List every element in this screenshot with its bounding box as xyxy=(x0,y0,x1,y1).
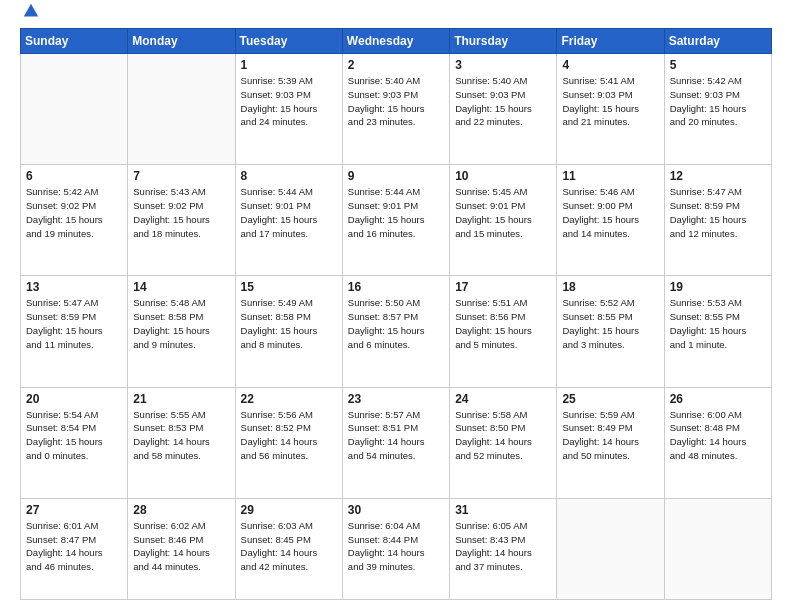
calendar-cell: 25Sunrise: 5:59 AM Sunset: 8:49 PM Dayli… xyxy=(557,387,664,498)
logo xyxy=(20,16,40,20)
calendar-header-tuesday: Tuesday xyxy=(235,29,342,54)
day-info: Sunrise: 5:59 AM Sunset: 8:49 PM Dayligh… xyxy=(562,408,658,463)
calendar-header-wednesday: Wednesday xyxy=(342,29,449,54)
day-info: Sunrise: 6:04 AM Sunset: 8:44 PM Dayligh… xyxy=(348,519,444,574)
day-number: 8 xyxy=(241,169,337,183)
calendar-cell: 15Sunrise: 5:49 AM Sunset: 8:58 PM Dayli… xyxy=(235,276,342,387)
day-number: 19 xyxy=(670,280,766,294)
calendar-cell: 22Sunrise: 5:56 AM Sunset: 8:52 PM Dayli… xyxy=(235,387,342,498)
calendar-header-monday: Monday xyxy=(128,29,235,54)
calendar-cell: 26Sunrise: 6:00 AM Sunset: 8:48 PM Dayli… xyxy=(664,387,771,498)
day-info: Sunrise: 6:02 AM Sunset: 8:46 PM Dayligh… xyxy=(133,519,229,574)
day-info: Sunrise: 6:05 AM Sunset: 8:43 PM Dayligh… xyxy=(455,519,551,574)
calendar-cell: 27Sunrise: 6:01 AM Sunset: 8:47 PM Dayli… xyxy=(21,498,128,599)
day-number: 22 xyxy=(241,392,337,406)
calendar-cell: 18Sunrise: 5:52 AM Sunset: 8:55 PM Dayli… xyxy=(557,276,664,387)
day-number: 10 xyxy=(455,169,551,183)
svg-marker-0 xyxy=(24,4,38,17)
calendar-cell: 6Sunrise: 5:42 AM Sunset: 9:02 PM Daylig… xyxy=(21,165,128,276)
day-info: Sunrise: 5:45 AM Sunset: 9:01 PM Dayligh… xyxy=(455,185,551,240)
day-number: 24 xyxy=(455,392,551,406)
calendar-cell: 17Sunrise: 5:51 AM Sunset: 8:56 PM Dayli… xyxy=(450,276,557,387)
day-number: 9 xyxy=(348,169,444,183)
day-info: Sunrise: 5:42 AM Sunset: 9:03 PM Dayligh… xyxy=(670,74,766,129)
day-number: 18 xyxy=(562,280,658,294)
day-info: Sunrise: 6:01 AM Sunset: 8:47 PM Dayligh… xyxy=(26,519,122,574)
day-number: 29 xyxy=(241,503,337,517)
day-number: 27 xyxy=(26,503,122,517)
calendar-week-3: 13Sunrise: 5:47 AM Sunset: 8:59 PM Dayli… xyxy=(21,276,772,387)
day-info: Sunrise: 5:44 AM Sunset: 9:01 PM Dayligh… xyxy=(241,185,337,240)
day-number: 13 xyxy=(26,280,122,294)
calendar-cell: 29Sunrise: 6:03 AM Sunset: 8:45 PM Dayli… xyxy=(235,498,342,599)
logo-icon xyxy=(22,2,40,20)
day-info: Sunrise: 5:42 AM Sunset: 9:02 PM Dayligh… xyxy=(26,185,122,240)
day-info: Sunrise: 5:47 AM Sunset: 8:59 PM Dayligh… xyxy=(670,185,766,240)
calendar-cell: 10Sunrise: 5:45 AM Sunset: 9:01 PM Dayli… xyxy=(450,165,557,276)
calendar-cell xyxy=(128,54,235,165)
calendar-header-sunday: Sunday xyxy=(21,29,128,54)
day-info: Sunrise: 5:56 AM Sunset: 8:52 PM Dayligh… xyxy=(241,408,337,463)
day-info: Sunrise: 6:00 AM Sunset: 8:48 PM Dayligh… xyxy=(670,408,766,463)
calendar-header-row: SundayMondayTuesdayWednesdayThursdayFrid… xyxy=(21,29,772,54)
day-number: 16 xyxy=(348,280,444,294)
day-number: 1 xyxy=(241,58,337,72)
calendar-cell: 28Sunrise: 6:02 AM Sunset: 8:46 PM Dayli… xyxy=(128,498,235,599)
day-info: Sunrise: 5:57 AM Sunset: 8:51 PM Dayligh… xyxy=(348,408,444,463)
day-number: 25 xyxy=(562,392,658,406)
calendar-week-5: 27Sunrise: 6:01 AM Sunset: 8:47 PM Dayli… xyxy=(21,498,772,599)
day-number: 21 xyxy=(133,392,229,406)
day-number: 26 xyxy=(670,392,766,406)
calendar-week-2: 6Sunrise: 5:42 AM Sunset: 9:02 PM Daylig… xyxy=(21,165,772,276)
day-info: Sunrise: 5:39 AM Sunset: 9:03 PM Dayligh… xyxy=(241,74,337,129)
day-number: 12 xyxy=(670,169,766,183)
day-number: 5 xyxy=(670,58,766,72)
day-number: 11 xyxy=(562,169,658,183)
day-info: Sunrise: 5:49 AM Sunset: 8:58 PM Dayligh… xyxy=(241,296,337,351)
calendar-cell: 5Sunrise: 5:42 AM Sunset: 9:03 PM Daylig… xyxy=(664,54,771,165)
day-number: 14 xyxy=(133,280,229,294)
day-info: Sunrise: 5:54 AM Sunset: 8:54 PM Dayligh… xyxy=(26,408,122,463)
calendar-cell: 16Sunrise: 5:50 AM Sunset: 8:57 PM Dayli… xyxy=(342,276,449,387)
calendar-cell: 13Sunrise: 5:47 AM Sunset: 8:59 PM Dayli… xyxy=(21,276,128,387)
calendar-header-friday: Friday xyxy=(557,29,664,54)
day-number: 31 xyxy=(455,503,551,517)
day-info: Sunrise: 5:50 AM Sunset: 8:57 PM Dayligh… xyxy=(348,296,444,351)
calendar-cell: 21Sunrise: 5:55 AM Sunset: 8:53 PM Dayli… xyxy=(128,387,235,498)
calendar-cell: 14Sunrise: 5:48 AM Sunset: 8:58 PM Dayli… xyxy=(128,276,235,387)
day-number: 20 xyxy=(26,392,122,406)
calendar-cell: 31Sunrise: 6:05 AM Sunset: 8:43 PM Dayli… xyxy=(450,498,557,599)
day-info: Sunrise: 6:03 AM Sunset: 8:45 PM Dayligh… xyxy=(241,519,337,574)
day-info: Sunrise: 5:48 AM Sunset: 8:58 PM Dayligh… xyxy=(133,296,229,351)
calendar-cell: 19Sunrise: 5:53 AM Sunset: 8:55 PM Dayli… xyxy=(664,276,771,387)
calendar-cell xyxy=(21,54,128,165)
calendar-cell: 8Sunrise: 5:44 AM Sunset: 9:01 PM Daylig… xyxy=(235,165,342,276)
day-number: 4 xyxy=(562,58,658,72)
calendar-cell: 4Sunrise: 5:41 AM Sunset: 9:03 PM Daylig… xyxy=(557,54,664,165)
day-info: Sunrise: 5:44 AM Sunset: 9:01 PM Dayligh… xyxy=(348,185,444,240)
day-info: Sunrise: 5:43 AM Sunset: 9:02 PM Dayligh… xyxy=(133,185,229,240)
day-info: Sunrise: 5:55 AM Sunset: 8:53 PM Dayligh… xyxy=(133,408,229,463)
day-info: Sunrise: 5:53 AM Sunset: 8:55 PM Dayligh… xyxy=(670,296,766,351)
calendar-cell: 23Sunrise: 5:57 AM Sunset: 8:51 PM Dayli… xyxy=(342,387,449,498)
calendar-cell: 11Sunrise: 5:46 AM Sunset: 9:00 PM Dayli… xyxy=(557,165,664,276)
day-info: Sunrise: 5:52 AM Sunset: 8:55 PM Dayligh… xyxy=(562,296,658,351)
day-number: 23 xyxy=(348,392,444,406)
calendar-cell: 7Sunrise: 5:43 AM Sunset: 9:02 PM Daylig… xyxy=(128,165,235,276)
day-number: 30 xyxy=(348,503,444,517)
calendar-cell: 30Sunrise: 6:04 AM Sunset: 8:44 PM Dayli… xyxy=(342,498,449,599)
day-number: 15 xyxy=(241,280,337,294)
day-number: 6 xyxy=(26,169,122,183)
page: SundayMondayTuesdayWednesdayThursdayFrid… xyxy=(0,0,792,612)
day-number: 7 xyxy=(133,169,229,183)
day-info: Sunrise: 5:40 AM Sunset: 9:03 PM Dayligh… xyxy=(455,74,551,129)
day-info: Sunrise: 5:46 AM Sunset: 9:00 PM Dayligh… xyxy=(562,185,658,240)
calendar-cell: 9Sunrise: 5:44 AM Sunset: 9:01 PM Daylig… xyxy=(342,165,449,276)
calendar-cell xyxy=(557,498,664,599)
header xyxy=(20,16,772,20)
calendar-cell: 20Sunrise: 5:54 AM Sunset: 8:54 PM Dayli… xyxy=(21,387,128,498)
day-info: Sunrise: 5:51 AM Sunset: 8:56 PM Dayligh… xyxy=(455,296,551,351)
day-info: Sunrise: 5:58 AM Sunset: 8:50 PM Dayligh… xyxy=(455,408,551,463)
calendar-week-4: 20Sunrise: 5:54 AM Sunset: 8:54 PM Dayli… xyxy=(21,387,772,498)
day-number: 2 xyxy=(348,58,444,72)
